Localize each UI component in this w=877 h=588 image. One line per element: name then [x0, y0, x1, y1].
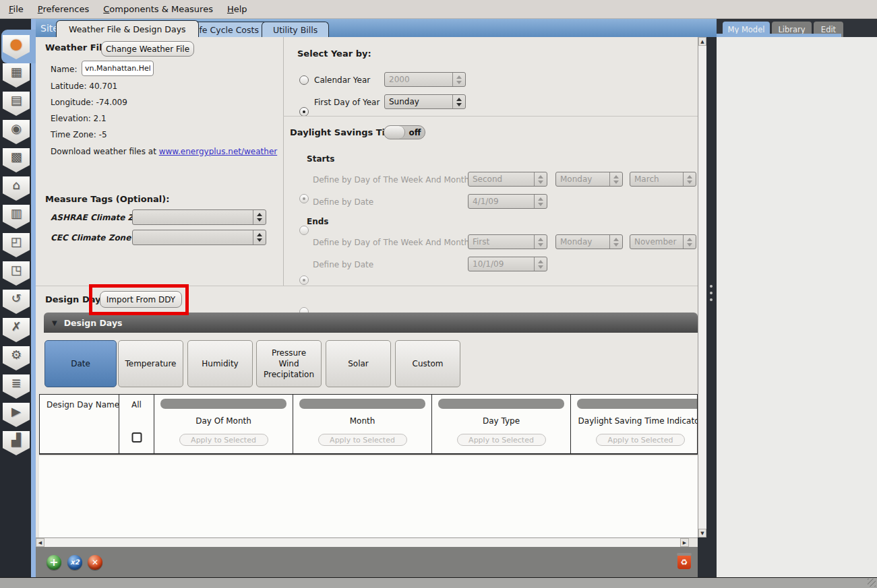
daylight-saving-indicator-header: Daylight Saving Time Indicator: [571, 416, 698, 426]
menu-bar: File Preferences Components & Measures H…: [0, 0, 877, 19]
openstudio-window: File Preferences Components & Measures H…: [0, 0, 877, 588]
sidebar-item-facility[interactable]: ▥: [3, 203, 30, 229]
ashrae-climate-zone-select[interactable]: [132, 209, 266, 225]
menu-preferences[interactable]: Preferences: [32, 4, 94, 14]
splitter-dot: [710, 298, 713, 301]
menu-help[interactable]: Help: [222, 4, 253, 14]
column-drag-bar[interactable]: [438, 399, 564, 409]
scroll-down-button[interactable]: ▼: [698, 529, 706, 537]
day-of-month-header: Day Of Month: [154, 416, 293, 426]
subtab-solar[interactable]: Solar: [326, 340, 391, 387]
purge-unused-button[interactable]: ♻: [677, 555, 691, 569]
scroll-up-button[interactable]: ▲: [698, 37, 706, 46]
ends-month-value: November: [634, 237, 676, 247]
vertical-scrollbar[interactable]: ▲ ▼: [698, 37, 706, 537]
sidebar-item-loads[interactable]: ◉: [3, 119, 30, 144]
main-content: Weather File Change Weather File Name: L…: [36, 37, 698, 577]
column-drag-bar[interactable]: [299, 399, 425, 409]
column-drag-bar[interactable]: [160, 399, 286, 409]
column-day-of-month: Day Of Month Apply to Selected: [154, 395, 293, 453]
subtab-custom[interactable]: Custom: [395, 340, 460, 387]
sidebar-item-geometry[interactable]: ⌂: [3, 175, 30, 201]
subtab-label: Custom: [413, 358, 444, 369]
subtab-label: Date: [71, 358, 90, 369]
time-zone-value: Time Zone: -5: [51, 130, 107, 139]
sidebar-item-schedules[interactable]: ▦: [3, 62, 30, 88]
sidebar-item-measures[interactable]: ≣: [3, 373, 30, 399]
spinner-arrows-icon: [534, 195, 547, 208]
duplicate-design-day-button[interactable]: x2: [67, 555, 82, 570]
starts-date-spinner: 4/1/09: [468, 194, 547, 209]
scroll-right-button[interactable]: ▶: [680, 538, 689, 547]
energyplus-weather-link[interactable]: www.energyplus.net/weather: [159, 147, 278, 156]
horizontal-scroll-track[interactable]: [44, 538, 680, 547]
subtab-temperature[interactable]: Temperature: [118, 340, 183, 387]
toggle-knob: [384, 126, 405, 139]
resize-grip-icon[interactable]: [868, 579, 876, 587]
select-all-checkbox[interactable]: [131, 432, 142, 443]
design-day-toolbar: + x2 ✕ ♻: [36, 547, 698, 577]
section-divider: [283, 116, 698, 117]
vertical-tab-sidebar: ● ▦ ▤ ◉ ▩ ⌂ ▥ ◰ ◳ ↺ ✗ ⚙ ≣ ▶ ▟: [0, 19, 36, 577]
column-design-day-name: Design Day Name: [40, 395, 119, 453]
first-day-of-year-select[interactable]: Sunday: [384, 94, 466, 109]
sidebar-item-space-types[interactable]: ▩: [3, 147, 30, 172]
starts-order-value: Second: [473, 174, 502, 184]
up-arrow-icon: ▲: [700, 39, 704, 44]
starts-define-week-radio: [299, 194, 309, 203]
x2-duplicate-icon: x2: [70, 558, 79, 566]
name-label: Name:: [51, 65, 77, 74]
bar-chart-icon: ▟: [11, 434, 21, 446]
ends-define-week-label: Define by Day of The Week And Month: [313, 238, 469, 247]
ends-date-value: 10/1/09: [473, 259, 504, 269]
column-drag-bar[interactable]: [577, 399, 698, 409]
sidebar-item-output-variables[interactable]: ✗: [3, 317, 30, 342]
splitter-dot: [710, 285, 713, 288]
remove-design-day-button[interactable]: ✕: [88, 555, 102, 570]
sidebar-item-run-simulation[interactable]: ▶: [3, 401, 30, 427]
subtab-date[interactable]: Date: [44, 340, 117, 387]
sidebar-item-simulation-settings[interactable]: ⚙: [3, 345, 30, 370]
subtab-humidity[interactable]: Humidity: [187, 340, 253, 387]
tab-utility-bills[interactable]: Utility Bills: [262, 22, 329, 37]
change-weather-file-button[interactable]: Change Weather File: [101, 41, 194, 57]
x-delete-icon: ✕: [92, 558, 98, 567]
add-design-day-button[interactable]: +: [47, 555, 61, 570]
sidebar-item-results-summary[interactable]: ▟: [3, 430, 30, 455]
daylight-savings-toggle[interactable]: off: [384, 125, 425, 139]
weather-file-title: Weather File: [45, 42, 108, 53]
cec-climate-zone-label: CEC Climate Zone: [51, 233, 131, 242]
design-days-collapse-header[interactable]: ▼ Design Days: [44, 313, 698, 333]
download-weather-text: Download weather files at www.energyplus…: [51, 147, 277, 156]
site-globe-icon: ●: [10, 37, 22, 51]
cec-climate-zone-select[interactable]: [132, 230, 266, 245]
panel-splitter[interactable]: [706, 37, 717, 577]
tab-weather-file-design-days[interactable]: Weather File & Design Days: [56, 20, 199, 37]
x-variable-icon: ✗: [11, 321, 21, 333]
starts-order-select: Second: [468, 172, 547, 187]
sidebar-item-constructions[interactable]: ▤: [3, 90, 30, 116]
weather-name-input[interactable]: [82, 61, 154, 76]
scroll-left-button[interactable]: ◀: [36, 538, 44, 547]
spinner-arrows-icon: [452, 95, 465, 108]
horizontal-scrollbar[interactable]: ◀ ▶: [36, 537, 698, 547]
sidebar-item-thermal-zones[interactable]: ◳: [3, 260, 30, 286]
menu-components-measures[interactable]: Components & Measures: [98, 4, 218, 14]
calendar-year-select: 2000: [384, 72, 466, 87]
cube-icon: ▩: [10, 151, 22, 163]
first-day-of-year-radio[interactable]: [299, 107, 309, 117]
zone-cubes-icon: ◳: [10, 264, 22, 276]
column-month: Month Apply to Selected: [293, 395, 432, 453]
first-day-of-year-label: First Day of Year: [314, 98, 380, 107]
ends-order-value: First: [473, 237, 489, 247]
design-days-header-label: Design Days: [64, 318, 123, 328]
subtab-pressure-wind-precipitation[interactable]: Pressure Wind Precipitation: [256, 340, 322, 387]
calendar-year-radio[interactable]: [299, 75, 309, 85]
measure-tags-title: Measure Tags (Optional):: [45, 194, 169, 204]
calendar-icon: ▦: [10, 66, 22, 78]
menu-file[interactable]: File: [3, 4, 29, 14]
sidebar-item-hvac-systems[interactable]: ↺: [3, 288, 30, 314]
apply-to-selected-button: Apply to Selected: [596, 434, 685, 446]
starts-month-value: March: [634, 174, 659, 184]
sidebar-item-spaces[interactable]: ◰: [3, 232, 30, 257]
